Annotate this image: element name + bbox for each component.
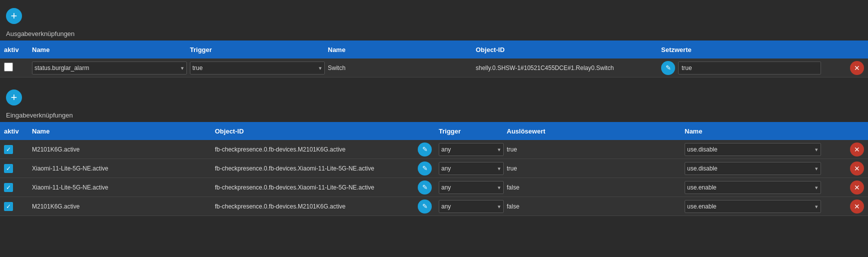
ausgabe-row-name-col: status.burglar_alarm <box>32 62 187 74</box>
eingabe-row-aktiv-3: ✓ <box>4 202 29 211</box>
eingabe-row-outname-select-2[interactable]: use.enable <box>685 181 821 194</box>
eingabe-row-edit-btn-0[interactable]: ✎ <box>418 142 432 156</box>
eingabe-row-delete-btn-2[interactable]: ✕ <box>850 180 864 194</box>
ausgabe-row-setzwerte-col: ✎ <box>661 61 821 75</box>
ausgabe-section: + Ausgabeverknüpfungen aktiv Name Trigge… <box>0 0 868 82</box>
ausgabe-table: aktiv Name Trigger Name Object-ID Setzwe… <box>0 40 868 78</box>
eingabe-row-auslosewert-0: true <box>507 146 682 153</box>
eingabe-row-delete-btn-3[interactable]: ✕ <box>850 200 864 214</box>
eingabe-row-auslosewert-text-3: false <box>507 203 519 210</box>
ausgabe-row-name2-col: Switch <box>328 64 473 72</box>
eingabe-table-row: ✓ M2101K6G.active fb-checkpresence.0.fb-… <box>0 140 868 159</box>
eingabe-row-objectid-2: fb-checkpresence.0.fb-devices.Xiaomi-11-… <box>215 184 415 191</box>
ausgabe-row-setzwerte-input[interactable] <box>678 62 821 74</box>
eingabe-header-auslosewert: Auslösewert <box>507 128 682 135</box>
eingabe-row-name-text-1: Xiaomi-11-Lite-5G-NE.active <box>32 165 108 172</box>
eingabe-header-name2: Name <box>685 128 821 135</box>
eingabe-row-name-0: M2101K6G.active <box>32 146 212 153</box>
eingabe-row-trigger-select-1[interactable]: any <box>439 162 504 175</box>
ausgabe-header-trigger: Trigger <box>190 46 325 54</box>
eingabe-row-checkbox-3[interactable]: ✓ <box>4 202 13 211</box>
eingabe-header-aktiv: aktiv <box>4 128 29 135</box>
ausgabe-row-name-select[interactable]: status.burglar_alarm <box>32 62 187 74</box>
ausgabe-header-aktiv: aktiv <box>4 46 29 54</box>
eingabe-row-outname-3: use.enable <box>685 200 821 213</box>
ausgabe-row-trigger-col: true <box>190 62 325 74</box>
ausgabe-row-name2-text: Switch <box>328 64 345 72</box>
eingabe-row-actions-3: ✕ <box>824 200 864 214</box>
eingabe-row-trigger-select-3[interactable]: any <box>439 200 504 213</box>
eingabe-row-name-1: Xiaomi-11-Lite-5G-NE.active <box>32 164 212 172</box>
eingabe-row-auslosewert-2: false <box>507 184 682 191</box>
eingabe-row-edit-3: ✎ <box>418 200 436 214</box>
eingabe-row-trigger-select-0[interactable]: any <box>439 143 504 156</box>
ausgabe-header-name: Name <box>32 46 187 54</box>
ausgabe-row-edit-button[interactable]: ✎ <box>661 61 675 75</box>
eingabe-row-aktiv-1: ✓ <box>4 164 29 173</box>
ausgabe-row-objectid-col: shelly.0.SHSW-1#10521C455DCE#1.Relay0.Sw… <box>476 64 658 72</box>
eingabe-header-trigger: Trigger <box>439 128 504 135</box>
ausgabe-label: Ausgabeverknüpfungen <box>0 28 868 40</box>
eingabe-row-delete-btn-0[interactable]: ✕ <box>850 142 864 156</box>
eingabe-table-row: ✓ Xiaomi-11-Lite-5G-NE.active fb-checkpr… <box>0 178 868 197</box>
ausgabe-row-delete-button[interactable]: ✕ <box>850 61 864 75</box>
eingabe-row-name-text-3: M2101K6G.active <box>32 203 79 210</box>
eingabe-row-actions-1: ✕ <box>824 162 864 176</box>
eingabe-row-objectid-text-3: fb-checkpresence.0.fb-devices.M2101K6G.a… <box>215 203 345 210</box>
eingabe-rows-container: ✓ M2101K6G.active fb-checkpresence.0.fb-… <box>0 140 868 216</box>
eingabe-table-row: ✓ M2101K6G.active fb-checkpresence.0.fb-… <box>0 197 868 216</box>
ausgabe-row-checkbox[interactable] <box>4 62 13 72</box>
eingabe-row-name-text-2: Xiaomi-11-Lite-5G-NE.active <box>32 184 108 191</box>
eingabe-row-objectid-0: fb-checkpresence.0.fb-devices.M2101K6G.a… <box>215 146 415 153</box>
eingabe-row-outname-select-3[interactable]: use.enable <box>685 200 821 213</box>
eingabe-row-objectid-text-0: fb-checkpresence.0.fb-devices.M2101K6G.a… <box>215 146 345 153</box>
eingabe-row-objectid-text-1: fb-checkpresence.0.fb-devices.Xiaomi-11-… <box>215 165 374 172</box>
ausgabe-row-objectid-text: shelly.0.SHSW-1#10521C455DCE#1.Relay0.Sw… <box>476 64 614 72</box>
eingabe-row-outname-2: use.enable <box>685 181 821 194</box>
eingabe-row-auslosewert-text-0: true <box>507 146 517 153</box>
eingabe-row-edit-btn-1[interactable]: ✎ <box>418 162 432 176</box>
eingabe-row-aktiv-2: ✓ <box>4 183 29 192</box>
eingabe-row-trigger-3: any <box>439 200 504 213</box>
ausgabe-table-header: aktiv Name Trigger Name Object-ID Setzwe… <box>0 40 868 58</box>
ausgabe-table-row: status.burglar_alarm true Switch shelly.… <box>0 58 868 78</box>
ausgabe-row-trigger-select[interactable]: true <box>190 62 325 74</box>
eingabe-header-name: Name <box>32 128 212 135</box>
eingabe-row-outname-1: use.disable <box>685 162 821 175</box>
eingabe-row-objectid-3: fb-checkpresence.0.fb-devices.M2101K6G.a… <box>215 202 415 210</box>
eingabe-row-auslosewert-3: false <box>507 202 682 210</box>
eingabe-row-edit-btn-3[interactable]: ✎ <box>418 200 432 214</box>
eingabe-row-trigger-2: any <box>439 181 504 194</box>
ausgabe-row-aktiv <box>4 62 29 73</box>
eingabe-row-edit-1: ✎ <box>418 162 436 176</box>
eingabe-row-edit-2: ✎ <box>418 180 436 194</box>
ausgabe-add-button[interactable]: + <box>6 8 22 24</box>
eingabe-row-delete-btn-1[interactable]: ✕ <box>850 162 864 176</box>
eingabe-table: aktiv Name Object-ID Trigger Auslösewert… <box>0 122 868 216</box>
eingabe-row-objectid-1: fb-checkpresence.0.fb-devices.Xiaomi-11-… <box>215 164 415 172</box>
eingabe-label: Eingabeverknüpfungen <box>0 110 868 122</box>
eingabe-row-trigger-1: any <box>439 162 504 175</box>
eingabe-row-actions-0: ✕ <box>824 142 864 156</box>
eingabe-row-outname-select-1[interactable]: use.disable <box>685 162 821 175</box>
eingabe-row-auslosewert-text-1: true <box>507 165 517 172</box>
eingabe-row-checkbox-0[interactable]: ✓ <box>4 145 13 154</box>
eingabe-row-checkbox-2[interactable]: ✓ <box>4 183 13 192</box>
eingabe-add-button[interactable]: + <box>6 90 22 106</box>
ausgabe-header-name2: Name <box>328 46 473 54</box>
eingabe-row-aktiv-0: ✓ <box>4 145 29 154</box>
eingabe-row-trigger-select-2[interactable]: any <box>439 181 504 194</box>
eingabe-row-auslosewert-text-2: false <box>507 184 519 191</box>
eingabe-row-edit-btn-2[interactable]: ✎ <box>418 180 432 194</box>
eingabe-row-actions-2: ✕ <box>824 180 864 194</box>
eingabe-row-auslosewert-1: true <box>507 164 682 172</box>
eingabe-section: + Eingabeverknüpfungen aktiv Name Object… <box>0 82 868 220</box>
ausgabe-header-setzwerte: Setzwerte <box>661 46 821 54</box>
eingabe-header-objectid: Object-ID <box>215 128 415 135</box>
eingabe-row-checkbox-1[interactable]: ✓ <box>4 164 13 173</box>
eingabe-row-edit-0: ✎ <box>418 142 436 156</box>
eingabe-row-trigger-0: any <box>439 143 504 156</box>
eingabe-row-outname-select-0[interactable]: use.disable <box>685 143 821 156</box>
ausgabe-header-objectid: Object-ID <box>476 46 658 54</box>
ausgabe-row-actions: ✕ <box>824 61 864 75</box>
